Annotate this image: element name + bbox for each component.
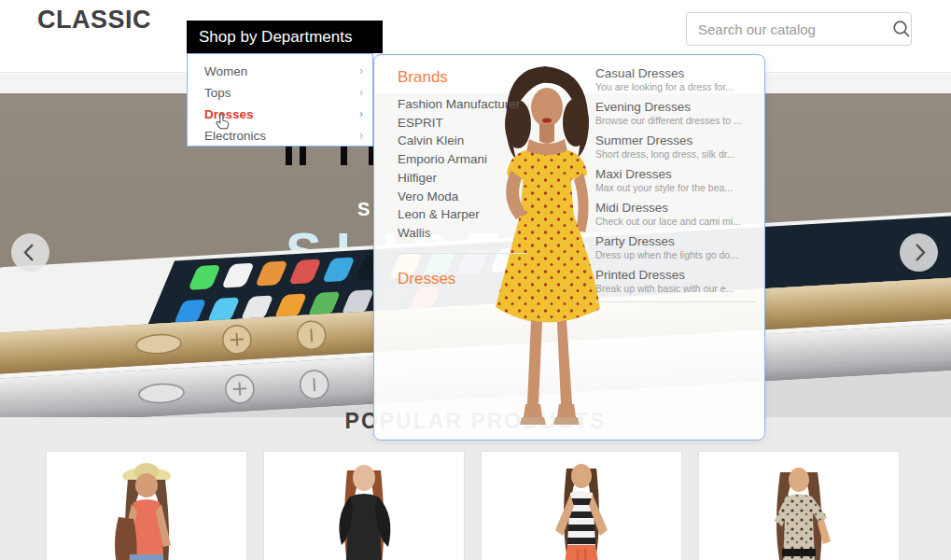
divider	[595, 301, 756, 302]
menu-item-dresses[interactable]: Dresses ›	[188, 104, 372, 125]
brand-link[interactable]: Hilfiger	[398, 169, 528, 188]
shop-by-departments-button[interactable]: Shop by Departments	[187, 21, 383, 53]
divider	[398, 253, 528, 254]
category-link-printed-dresses[interactable]: Printed Dresses Break up with basic with…	[595, 268, 756, 295]
chevron-right-icon: ›	[359, 61, 363, 82]
product-image-black-ruffle-top	[299, 452, 429, 560]
slider-next-button[interactable]	[900, 233, 938, 272]
hand-pointer-cursor-icon	[216, 113, 231, 130]
slide-graphic-bar	[341, 146, 347, 165]
slide-graphic-bar	[300, 146, 306, 165]
brand-link[interactable]: Wallis	[398, 224, 528, 243]
slide-graphic-bar	[286, 146, 292, 165]
chevron-right-icon: ›	[359, 82, 363, 104]
product-image-straw-hat	[81, 452, 212, 560]
brand-link[interactable]: ESPRIT	[398, 114, 528, 133]
site-logo[interactable]: CLASSIC	[37, 6, 151, 35]
chevron-right-icon	[900, 233, 938, 272]
search-button[interactable]	[891, 13, 912, 45]
brands-heading[interactable]: Brands	[398, 68, 528, 87]
dresses-heading[interactable]: Dresses	[398, 270, 528, 288]
brand-link[interactable]: Vero Moda	[398, 188, 528, 206]
category-link-evening-dresses[interactable]: Evening Dresses Browse our different dre…	[595, 100, 756, 127]
chevron-right-icon: ›	[359, 125, 363, 147]
category-link-party-dresses[interactable]: Party Dresses Dress up when the lights g…	[595, 234, 756, 261]
product-card[interactable]	[698, 451, 900, 560]
brand-link[interactable]: Calvin Klein	[398, 132, 528, 150]
category-link-summer-dresses[interactable]: Summer Dresses Short dress, long dress, …	[595, 133, 756, 161]
menu-item-women[interactable]: Women ›	[188, 61, 372, 82]
search-input[interactable]	[687, 21, 891, 37]
product-image-striped-tank-orange-skirt	[516, 452, 647, 560]
slider-prev-button[interactable]	[11, 233, 49, 272]
brand-link[interactable]: Leon & Harper	[398, 205, 528, 224]
search-box	[686, 12, 912, 46]
category-link-maxi-dresses[interactable]: Maxi Dresses Max out your style for the …	[595, 167, 756, 194]
search-icon	[891, 19, 912, 39]
brand-link[interactable]: Emporio Armani	[398, 150, 528, 169]
product-card[interactable]	[263, 451, 465, 560]
product-image-printed-dress	[734, 452, 864, 560]
category-link-midi-dresses[interactable]: Midi Dresses Check out our lace and cami…	[595, 201, 756, 228]
chevron-left-icon	[11, 233, 49, 272]
brand-link[interactable]: Fashion Manufacturer	[398, 95, 528, 114]
product-card[interactable]	[46, 451, 247, 560]
departments-dropdown: Women › Tops › Dresses › Electronics ›	[187, 53, 373, 147]
chevron-right-icon: ›	[359, 104, 363, 125]
category-link-casual-dresses[interactable]: Casual Dresses You are looking for a dre…	[595, 66, 756, 93]
menu-item-tops[interactable]: Tops ›	[188, 82, 372, 104]
mega-menu-panel: Brands Fashion Manufacturer ESPRIT Calvi…	[373, 54, 765, 441]
product-card[interactable]	[481, 451, 682, 560]
